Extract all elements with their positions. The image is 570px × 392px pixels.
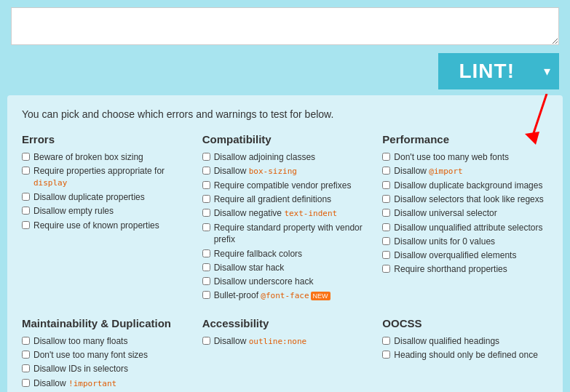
checkbox-regex-selectors[interactable]: [382, 195, 390, 203]
checkbox-font-sizes[interactable]: [22, 351, 30, 359]
checkbox-disallow-duplicate-props[interactable]: [22, 193, 30, 201]
checkbox-universal-selector[interactable]: [382, 209, 390, 217]
checkbox-label[interactable]: Disallow outline:none: [214, 335, 307, 348]
checkbox-label[interactable]: Disallow adjoining classes: [214, 151, 315, 163]
checkbox-label[interactable]: Beware of broken box sizing: [33, 151, 143, 163]
checkbox-label[interactable]: Disallow selectors that look like regexs: [394, 193, 543, 205]
oocss-section: OOCSS Disallow qualified headings Headin…: [382, 317, 548, 391]
css-input[interactable]: [11, 7, 559, 45]
textarea-area: [0, 0, 570, 47]
checkbox-important[interactable]: [22, 379, 30, 387]
lint-button[interactable]: LINT!: [438, 53, 535, 89]
compatibility-section: Compatibility Disallow adjoining classes…: [202, 133, 368, 304]
checkbox-vendor-prefixes[interactable]: [202, 181, 210, 189]
list-item: Don't use too many font sizes: [22, 349, 188, 361]
checkbox-require-properties[interactable]: [22, 167, 30, 175]
accessibility-section: Accessibility Disallow outline:none: [202, 317, 368, 391]
checkbox-label[interactable]: Require shorthand properties: [394, 263, 507, 275]
checkbox-label[interactable]: Require standard property with vendor pr…: [214, 222, 368, 245]
checkbox-label[interactable]: Disallow negative text-indent: [214, 207, 338, 220]
checkbox-unqualified-attr[interactable]: [382, 223, 390, 231]
checkbox-label[interactable]: Bullet-proof @font-faceNEW: [214, 289, 330, 302]
checkbox-fallback-colors[interactable]: [202, 249, 210, 257]
checkbox-label[interactable]: Require properties appropriate for displ…: [33, 165, 188, 189]
checkbox-label[interactable]: Disallow IDs in selectors: [33, 363, 128, 375]
errors-section: Errors Beware of broken box sizing Requi…: [22, 133, 188, 304]
checkbox-font-face[interactable]: [202, 291, 210, 299]
checkbox-label[interactable]: Disallow unqualified attribute selectors: [394, 222, 542, 233]
checkbox-label[interactable]: Disallow duplicate background images: [394, 180, 542, 191]
list-item: Disallow negative text-indent: [202, 207, 368, 220]
checkbox-label[interactable]: Disallow units for 0 values: [394, 236, 495, 247]
checkbox-label[interactable]: Don't use too many web fonts: [394, 151, 509, 163]
checkbox-disallow-empty-rules[interactable]: [22, 207, 30, 215]
checkbox-beware-broken-box[interactable]: [22, 153, 30, 161]
list-item: Don't use too many web fonts: [382, 151, 548, 163]
checkbox-import[interactable]: [382, 167, 390, 175]
checkbox-label[interactable]: Disallow star hack: [214, 262, 285, 273]
list-item: Disallow too many floats: [22, 335, 188, 347]
checkbox-qualified-headings[interactable]: [382, 337, 390, 345]
lint-dropdown-button[interactable]: ▾: [535, 53, 559, 89]
checkbox-label[interactable]: Require use of known properties: [33, 220, 159, 231]
checkbox-heading-once[interactable]: [382, 351, 390, 359]
checkbox-zero-units[interactable]: [382, 237, 390, 245]
main-panel: You can pick and choose which errors and…: [7, 95, 563, 392]
checkbox-outline-none[interactable]: [202, 337, 210, 345]
checkbox-underscore-hack[interactable]: [202, 277, 210, 285]
checkbox-duplicate-bg[interactable]: [382, 181, 390, 189]
checkbox-too-many-floats[interactable]: [22, 337, 30, 345]
maintainability-section: Maintainability & Duplication Disallow t…: [22, 317, 188, 391]
checkbox-label[interactable]: Disallow too many floats: [33, 335, 127, 347]
checkbox-negative-text-indent[interactable]: [202, 209, 210, 217]
maintainability-heading: Maintainability & Duplication: [22, 317, 188, 329]
list-item: Heading should only be defined once: [382, 349, 548, 361]
checkbox-star-hack[interactable]: [202, 263, 210, 271]
accessibility-heading: Accessibility: [202, 317, 368, 329]
list-item: Disallow selectors that look like regexs: [382, 193, 548, 205]
list-item: Disallow IDs in selectors: [22, 363, 188, 375]
checkbox-ids-selectors[interactable]: [22, 364, 30, 372]
checkbox-require-known-props[interactable]: [22, 221, 30, 229]
checkbox-label[interactable]: Disallow box-sizing: [214, 165, 297, 177]
checkbox-shorthand-props[interactable]: [382, 265, 390, 273]
list-item: Disallow units for 0 values: [382, 236, 548, 247]
checkbox-label[interactable]: Don't use too many font sizes: [33, 349, 148, 361]
list-item: Disallow qualified headings: [382, 335, 548, 347]
list-item: Disallow empty rules: [22, 205, 188, 217]
checkbox-label[interactable]: Disallow empty rules: [33, 205, 114, 217]
checkbox-label[interactable]: Disallow duplicate properties: [33, 191, 145, 203]
checkbox-label[interactable]: Disallow qualified headings: [394, 335, 499, 347]
new-badge: NEW: [311, 292, 330, 300]
list-item: Disallow !important: [22, 377, 188, 390]
checkbox-label[interactable]: Disallow @import: [394, 165, 462, 177]
list-item: Require use of known properties: [22, 220, 188, 231]
checkbox-standard-vendor[interactable]: [202, 223, 210, 231]
checkbox-adjoining-classes[interactable]: [202, 153, 210, 161]
checkbox-label[interactable]: Require fallback colors: [214, 248, 302, 260]
list-item: Disallow underscore hack: [202, 276, 368, 287]
compatibility-heading: Compatibility: [202, 133, 368, 145]
list-item: Disallow star hack: [202, 262, 368, 273]
list-item: Disallow duplicate properties: [22, 191, 188, 203]
checkbox-label[interactable]: Disallow overqualified elements: [394, 249, 516, 261]
list-item: Bullet-proof @font-faceNEW: [202, 289, 368, 302]
list-item: Disallow universal selector: [382, 207, 548, 219]
checkbox-label[interactable]: Disallow universal selector: [394, 207, 496, 219]
checkbox-label[interactable]: Heading should only be defined once: [394, 349, 537, 361]
checkbox-label[interactable]: Disallow !important: [33, 377, 116, 390]
checkbox-label[interactable]: Require compatible vendor prefixes: [214, 180, 352, 191]
checkbox-gradient-defs[interactable]: [202, 195, 210, 203]
lint-button-wrapper: LINT! ▾: [438, 53, 559, 89]
list-item: Disallow duplicate background images: [382, 180, 548, 191]
checkbox-label[interactable]: Disallow underscore hack: [214, 276, 314, 287]
performance-section: Performance Don't use too many web fonts…: [382, 133, 548, 304]
list-item: Disallow adjoining classes: [202, 151, 368, 163]
checkbox-box-sizing[interactable]: [202, 167, 210, 175]
oocss-heading: OOCSS: [382, 317, 548, 329]
checkbox-label[interactable]: Require all gradient definitions: [214, 193, 331, 205]
checkbox-web-fonts[interactable]: [382, 153, 390, 161]
checkbox-overqualified-elements[interactable]: [382, 251, 390, 259]
list-item: Disallow box-sizing: [202, 165, 368, 177]
list-item: Disallow overqualified elements: [382, 249, 548, 261]
